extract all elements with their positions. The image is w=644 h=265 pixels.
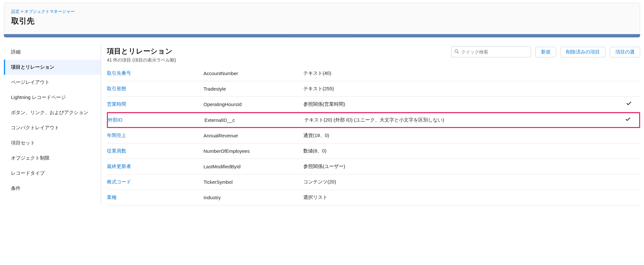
svg-line-1 [457, 52, 459, 53]
field-label-link[interactable]: 取引先番号 [107, 70, 131, 76]
sidebar-item-4[interactable]: ボタン、リンク、およびアクション [4, 105, 101, 120]
field-type: 通貨(18、0) [303, 132, 618, 139]
deleted-fields-button[interactable]: 削除済みの項目 [561, 47, 605, 57]
table-row: 最終更新者LastModifiedById参照関係(ユーザー) [107, 159, 640, 174]
field-type: 参照関係(営業時間) [303, 101, 618, 107]
field-type: テキスト(255) [303, 86, 618, 92]
field-api-name: ExternalID__c [204, 117, 304, 123]
field-type: 数値(8、0) [303, 148, 618, 154]
table-row: 取引形態Tradestyleテキスト(255) [107, 81, 640, 97]
sidebar-item-6[interactable]: 項目セット [4, 135, 101, 151]
sidebar-item-8[interactable]: レコードタイプ [4, 166, 101, 181]
fields-table: 取引先番号AccountNumberテキスト(40)取引形態Tradestyle… [107, 66, 640, 205]
sidebar-item-0[interactable]: 詳細 [4, 44, 101, 60]
field-type: 選択リスト [303, 194, 618, 201]
main-content: 項目とリレーション 41 件の項目 (項目の表示ラベル順) 新規 削除済みの項目… [101, 43, 640, 205]
indexed-check [618, 101, 640, 108]
field-label-link[interactable]: 営業時間 [107, 101, 126, 107]
breadcrumb-object-manager-link[interactable]: オブジェクトマネージャー [24, 9, 75, 14]
field-label-link[interactable]: 年間売上 [107, 132, 126, 138]
sidebar: 詳細項目とリレーションページレイアウトLightning レコードページボタン、… [4, 43, 101, 205]
table-row: 業種Industry選択リスト [107, 190, 640, 205]
table-row: 取引先番号AccountNumberテキスト(40) [107, 66, 640, 81]
field-api-name: Industry [204, 195, 303, 200]
field-api-name: OperatingHoursId [204, 102, 303, 107]
table-row: 年間売上AnnualRevenue通貨(18、0) [107, 128, 640, 143]
table-row: 株式コードTickerSymbolコンテンツ(20) [107, 174, 640, 190]
quick-search-wrap [451, 46, 531, 57]
field-type: テキスト(20) (外部 ID) (ユニーク、大文字と小文字を区別しない) [304, 117, 617, 123]
field-label-link[interactable]: 取引形態 [107, 86, 126, 91]
action-bar: 新規 削除済みの項目 項目の選 [451, 46, 640, 57]
section-title: 項目とリレーション [107, 46, 176, 56]
sidebar-item-7[interactable]: オブジェクト制限 [4, 151, 101, 166]
section-header: 項目とリレーション 41 件の項目 (項目の表示ラベル順) 新規 削除済みの項目… [107, 46, 640, 63]
field-api-name: LastModifiedById [204, 164, 303, 169]
field-label-link[interactable]: 最終更新者 [107, 163, 131, 169]
sidebar-item-5[interactable]: コンパクトレイアウト [4, 120, 101, 135]
breadcrumb-settings-link[interactable]: 設定 [11, 9, 20, 14]
field-api-name: Tradestyle [204, 86, 303, 92]
section-subtitle: 41 件の項目 (項目の表示ラベル順) [107, 57, 176, 63]
field-api-name: AnnualRevenue [204, 133, 303, 138]
sidebar-item-9[interactable]: 条件 [4, 181, 101, 196]
field-type: 参照関係(ユーザー) [303, 163, 618, 170]
breadcrumb: 設定 > オブジェクトマネージャー [11, 9, 633, 15]
sidebar-item-3[interactable]: Lightning レコードページ [4, 90, 101, 105]
search-icon [454, 49, 459, 55]
field-label-link[interactable]: 外部ID [108, 117, 122, 123]
table-row: 従業員数NumberOfEmployees数値(8、0) [107, 143, 640, 159]
table-row: 外部IDExternalID__cテキスト(20) (外部 ID) (ユニーク、… [107, 112, 640, 128]
field-api-name: NumberOfEmployees [204, 148, 303, 154]
table-row: 営業時間OperatingHoursId参照関係(営業時間) [107, 97, 640, 112]
field-api-name: AccountNumber [204, 71, 303, 76]
quick-search-input[interactable] [451, 46, 531, 57]
breadcrumb-sep: > [21, 9, 24, 14]
field-label-link[interactable]: 株式コード [107, 179, 131, 184]
page-title: 取引先 [11, 16, 633, 26]
sidebar-item-2[interactable]: ページレイアウト [4, 75, 101, 90]
indexed-check [617, 116, 639, 124]
field-api-name: TickerSymbol [204, 179, 303, 185]
new-button[interactable]: 新規 [535, 47, 556, 57]
check-icon [626, 101, 632, 106]
field-dependency-button[interactable]: 項目の選 [610, 47, 640, 57]
check-icon [625, 116, 631, 122]
field-label-link[interactable]: 従業員数 [107, 148, 126, 153]
field-type: コンテンツ(20) [303, 179, 618, 185]
sidebar-item-1[interactable]: 項目とリレーション [4, 60, 101, 75]
field-type: テキスト(40) [303, 70, 618, 76]
header-divider [4, 34, 640, 37]
page-header: 設定 > オブジェクトマネージャー 取引先 [4, 3, 640, 34]
field-label-link[interactable]: 業種 [107, 194, 117, 200]
